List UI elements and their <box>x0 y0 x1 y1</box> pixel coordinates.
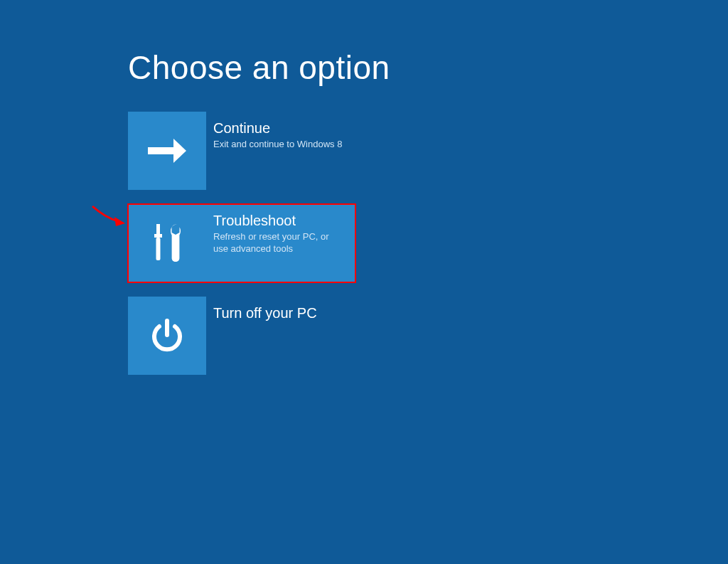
continue-text: Continue Exit and continue to Windows 8 <box>206 112 350 190</box>
continue-tile[interactable]: Continue Exit and continue to Windows 8 <box>128 112 355 190</box>
svg-marker-6 <box>114 217 125 226</box>
svg-rect-3 <box>154 234 162 238</box>
turn-off-title: Turn off your PC <box>213 305 317 321</box>
svg-rect-2 <box>156 224 160 234</box>
page-title: Choose an option <box>128 48 728 87</box>
power-icon <box>128 297 206 375</box>
recovery-options-screen: Choose an option Continue Exit and conti… <box>0 0 728 375</box>
continue-description: Exit and continue to Windows 8 <box>213 139 342 151</box>
troubleshoot-description: Refresh or reset your PC, or use advance… <box>213 231 341 255</box>
svg-marker-1 <box>173 139 186 163</box>
turn-off-text: Turn off your PC <box>206 297 326 375</box>
troubleshoot-title: Troubleshoot <box>213 213 341 229</box>
troubleshoot-tile[interactable]: Troubleshoot Refresh or reset your PC, o… <box>128 204 355 282</box>
svg-rect-4 <box>156 238 161 260</box>
options-list: Continue Exit and continue to Windows 8 <box>128 112 728 375</box>
troubleshoot-text: Troubleshoot Refresh or reset your PC, o… <box>206 204 355 282</box>
annotation-arrow-icon <box>91 203 127 225</box>
arrow-right-icon <box>128 112 206 190</box>
continue-title: Continue <box>213 120 342 137</box>
turn-off-tile[interactable]: Turn off your PC <box>128 297 355 375</box>
tools-icon <box>128 204 206 282</box>
svg-rect-0 <box>148 147 176 154</box>
